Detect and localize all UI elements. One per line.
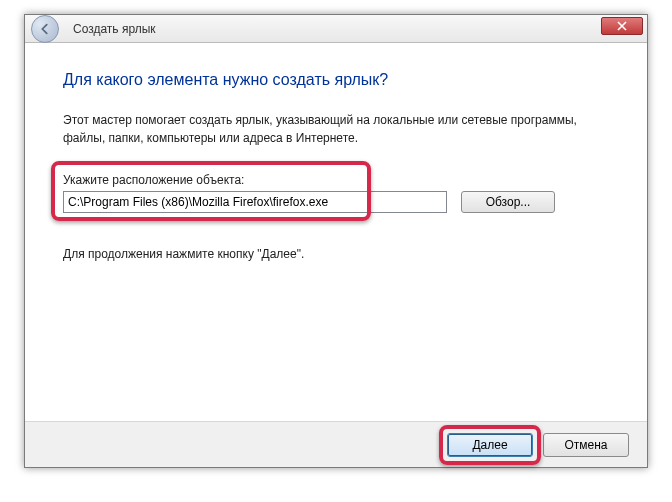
cancel-button[interactable]: Отмена xyxy=(543,433,629,457)
content-area: Для какого элемента нужно создать ярлык?… xyxy=(25,43,647,261)
close-button[interactable] xyxy=(601,17,643,35)
back-button[interactable] xyxy=(31,15,59,43)
window-title: Создать ярлык xyxy=(73,22,156,36)
back-arrow-icon xyxy=(38,22,52,36)
location-label: Укажите расположение объекта: xyxy=(63,173,609,187)
footer: Далее Отмена xyxy=(25,421,647,467)
titlebar: Создать ярлык xyxy=(25,15,647,43)
wizard-description: Этот мастер помогает создать ярлык, указ… xyxy=(63,111,609,147)
close-icon xyxy=(617,21,627,31)
location-row: Обзор... xyxy=(63,191,609,213)
continue-hint: Для продолжения нажмите кнопку "Далее". xyxy=(63,247,609,261)
next-button[interactable]: Далее xyxy=(447,433,533,457)
location-input[interactable] xyxy=(63,191,447,213)
browse-button[interactable]: Обзор... xyxy=(461,191,555,213)
wizard-heading: Для какого элемента нужно создать ярлык? xyxy=(63,71,609,89)
next-button-wrapper: Далее xyxy=(447,433,533,457)
wizard-window: Создать ярлык Для какого элемента нужно … xyxy=(24,14,648,468)
location-group: Укажите расположение объекта: Обзор... xyxy=(63,173,609,213)
